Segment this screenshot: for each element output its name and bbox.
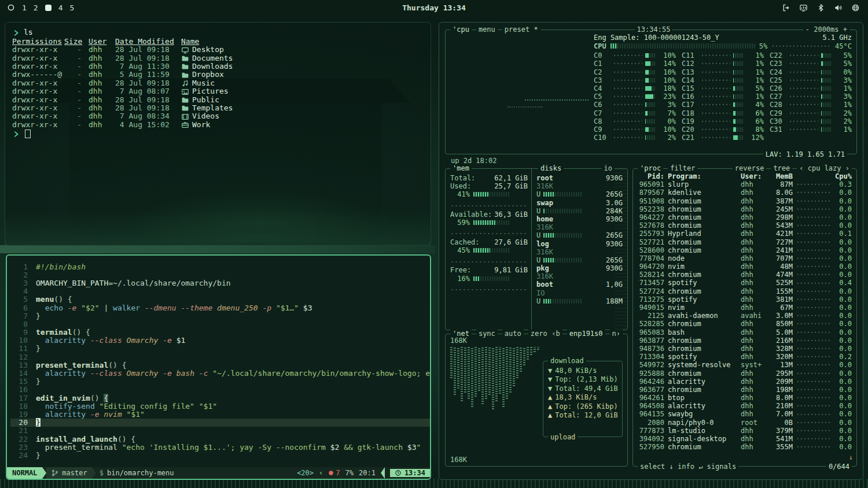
process-row[interactable]: 925888chromiumdhh295M0.0 <box>633 369 856 378</box>
reverse-button[interactable]: reverse <box>733 164 767 172</box>
header-user[interactable]: User: <box>741 172 766 180</box>
header-mem[interactable]: MemB <box>770 172 793 180</box>
process-row[interactable]: 2125avahi-daemonavahi3.0M0.0 <box>633 312 856 320</box>
process-mem: 7.0M <box>770 410 793 418</box>
process-row[interactable]: 964720nvimdhh48M0.0 <box>633 263 856 271</box>
process-row[interactable]: 952238chromiumdhh245M0.0 <box>633 205 856 213</box>
prompt-line-2[interactable] <box>12 130 424 138</box>
cpu-frequency: 5.1 GHz <box>822 34 852 42</box>
core-meter <box>733 111 744 116</box>
process-name: napi/phy0-0 <box>668 419 737 427</box>
cursor-position: 20:1 <box>359 469 376 477</box>
process-pid: 964227 <box>638 213 664 221</box>
update-rate-control[interactable]: - 2000ms + <box>803 25 849 34</box>
process-row[interactable]: 963677chromiumdhh198M0.0 <box>633 386 856 394</box>
header-program[interactable]: Program: <box>668 172 737 180</box>
process-row[interactable]: 964508alacrittydhh210M0.0 <box>633 402 856 410</box>
volume-icon[interactable] <box>834 3 843 12</box>
sync-button[interactable]: sync <box>476 330 498 338</box>
process-row[interactable]: 965083bashdhh5.0M0.0 <box>633 328 856 337</box>
menu-button[interactable]: menu <box>476 25 498 34</box>
mem-stat-percent: 16% <box>450 275 470 283</box>
metrics-icon[interactable] <box>799 3 808 12</box>
process-row[interactable]: 777873lm-studiodhh379M0.0 <box>633 427 856 435</box>
process-row[interactable]: 964227chromiumdhh298M0.0 <box>633 213 856 221</box>
iface-prev-button[interactable]: ‹b <box>549 330 562 338</box>
process-name: chromium <box>668 369 737 378</box>
filter-button[interactable]: filter <box>668 164 697 172</box>
process-row[interactable]: 527678chromiumdhh543M0.0 <box>633 221 856 230</box>
process-row[interactable]: 527950chromiumdhh355M0.0 <box>633 443 856 451</box>
workspace-5[interactable]: 5 <box>69 3 74 12</box>
io-button[interactable]: io <box>602 164 615 172</box>
code-area[interactable]: 1#!/bin/bash23OMARCHY_BIN_PATH=~/.local/… <box>7 256 430 467</box>
core-meter <box>645 53 656 58</box>
process-cpu-graph <box>796 435 831 442</box>
process-mem: 5.0M <box>770 328 793 337</box>
process-row[interactable]: 879567kdenlivedhh8.0G0.0 <box>633 188 856 197</box>
iface-next-button[interactable]: n› <box>610 330 623 338</box>
header-cpu[interactable]: Cpu% <box>834 172 852 180</box>
process-row[interactable]: 963877chromiumdhh216M0.0 <box>633 337 856 345</box>
process-row[interactable]: 951908chromiumdhh387M0.0 <box>633 197 856 205</box>
code-token <box>36 336 45 345</box>
process-cpu: 0.0 <box>834 410 852 418</box>
sort-column-selector[interactable]: ‹ cpu lazy › <box>797 164 852 172</box>
proc-box-title[interactable]: 'proc <box>638 164 663 172</box>
workspace-active-indicator[interactable] <box>45 5 52 11</box>
workspace-2[interactable]: 2 <box>34 3 38 12</box>
disk-row: home930G <box>536 215 623 223</box>
preset-button[interactable]: preset * <box>502 25 540 34</box>
process-row[interactable]: 527721chromiumdhh727M0.0 <box>633 238 856 246</box>
scroll-down-indicator[interactable]: ↓ <box>849 453 853 461</box>
auto-button[interactable]: auto <box>502 330 524 338</box>
core-percent: 1% <box>746 76 764 84</box>
proc-footer-keys[interactable]: select ↓ info ↵ signals <box>638 463 738 471</box>
process-row[interactable]: 528285chromiumdhh850M0.0 <box>633 320 856 328</box>
process-mem: 245M <box>770 205 793 213</box>
core-percent: 1% <box>834 125 852 134</box>
process-row[interactable]: 255793Hyprlanddhh421M0.1 <box>633 230 856 238</box>
core-percent: 10% <box>659 68 676 76</box>
header-pid[interactable]: Pid: <box>638 172 664 180</box>
workspace-1[interactable]: 1 <box>22 3 27 12</box>
line-number: 16 <box>10 385 28 394</box>
process-row[interactable]: 964135swaybgdhh7.0M0.0 <box>633 410 856 418</box>
cpu-box-title[interactable]: 'cpu <box>450 25 472 34</box>
process-row[interactable]: 949015nvimdhh67M0.0 <box>633 304 856 312</box>
file-size: - <box>64 79 82 88</box>
process-row[interactable]: 964246alacrittydhh209M0.0 <box>633 378 856 386</box>
core-graph <box>613 52 642 59</box>
process-row[interactable]: 2080napi/phy0-0root0B0.0 <box>633 419 856 427</box>
code-token: edit_in_nvim <box>36 394 90 402</box>
net-down-rows: ▼48,0 KiB/s▼Top: (2,13 Mib)▼Total: 49,4 … <box>548 366 620 393</box>
disks-title[interactable]: disks <box>538 164 564 172</box>
disk-name: pkg <box>536 264 549 272</box>
workspace-4[interactable]: 4 <box>58 3 63 12</box>
process-row[interactable]: 527724chromiumdhh155M0.0 <box>633 287 856 295</box>
cpu-total-meter <box>610 43 755 49</box>
launcher-icon[interactable] <box>7 3 15 12</box>
code-line: 2 <box>10 271 430 279</box>
zero-button[interactable]: zero <box>528 330 550 338</box>
process-row[interactable]: 948736chromiumdhh328M0.0 <box>633 345 856 353</box>
process-row[interactable]: 713275spotifydhh381M0.0 <box>633 295 856 304</box>
process-row[interactable]: 528600chromiumdhh241M0.0 <box>633 246 856 254</box>
bluetooth-icon[interactable] <box>816 3 825 12</box>
process-row[interactable]: 549972systemd-resolvesyst+13M0.0 <box>633 361 856 369</box>
globe-icon[interactable] <box>851 3 860 12</box>
logout-icon[interactable] <box>782 3 790 12</box>
process-row[interactable]: 965091slurpdhh87M0.3 <box>633 180 856 188</box>
file-row: drwxr-xr-x-dhh28 Jul 09:18Desktop <box>12 46 424 54</box>
process-cpu: 0.0 <box>834 320 852 328</box>
process-row[interactable]: 394092signal-desktopdhh541M0.0 <box>633 435 856 443</box>
code-token <box>36 369 45 378</box>
tree-button[interactable]: tree <box>771 164 792 172</box>
process-row[interactable]: 713304spotifydhh320M0.2 <box>633 353 856 361</box>
process-row[interactable]: 713457spotifydhh525M0.4 <box>633 279 856 287</box>
process-user: dhh <box>741 238 766 246</box>
process-row[interactable]: 778704nodedhh707M0.0 <box>633 254 856 263</box>
process-row[interactable]: 964261btopdhh8.0M0.0 <box>633 394 856 402</box>
mem-box-title[interactable]: 'mem <box>450 164 472 172</box>
process-row[interactable]: 528214chromiumdhh474M0.0 <box>633 271 856 279</box>
